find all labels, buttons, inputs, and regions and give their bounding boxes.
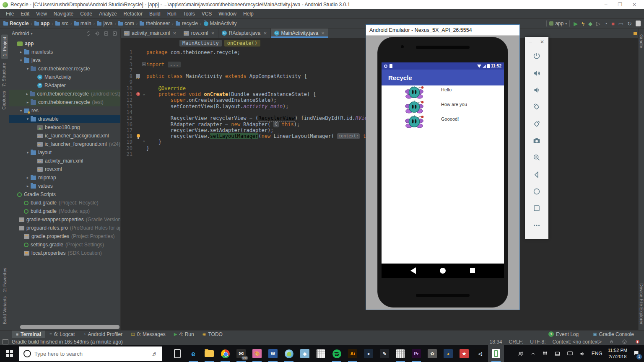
lock-icon[interactable] bbox=[608, 339, 615, 345]
tree-collapsed-arrow[interactable]: ▸ bbox=[18, 50, 23, 54]
tree-item-gradle-wrapper-properties[interactable]: gradle-wrapper.properties(Gradle Version… bbox=[9, 215, 120, 224]
taskbar-icon-spotify[interactable] bbox=[329, 345, 345, 362]
nav-recents-icon[interactable] bbox=[470, 268, 475, 273]
run-configuration-select[interactable]: app ▾ bbox=[546, 20, 570, 27]
tree-item-row-xml[interactable]: row.xml bbox=[9, 165, 120, 173]
tab-mainactivity-java[interactable]: CMainActivity.java✕ bbox=[271, 28, 329, 38]
tree-item-java[interactable]: ▾java bbox=[9, 56, 120, 65]
breadcrumb-item-recycle[interactable]: Recycle bbox=[3, 21, 29, 26]
tree-item-gradle-scripts[interactable]: Gradle Scripts bbox=[9, 190, 120, 199]
tree-item-radapter[interactable]: CRAdapter bbox=[9, 81, 120, 90]
tab-radapter-java[interactable]: CRAdapter.java✕ bbox=[218, 28, 271, 38]
tree-item-settings-gradle[interactable]: settings.gradle(Project Settings) bbox=[9, 240, 120, 249]
screenshot-icon[interactable] bbox=[532, 136, 541, 147]
avatar[interactable] bbox=[636, 21, 641, 26]
language-indicator[interactable]: ENG bbox=[592, 351, 602, 357]
tree-expanded-arrow[interactable]: ▾ bbox=[25, 117, 30, 121]
people-icon[interactable] bbox=[517, 350, 525, 357]
apply-changes-icon[interactable]: ϟ bbox=[582, 21, 584, 26]
menu-item-tools[interactable]: Tools bbox=[180, 11, 198, 17]
project-view-selector[interactable]: Android ▾ bbox=[12, 31, 83, 36]
volume-up-icon[interactable] bbox=[532, 69, 541, 80]
home-icon[interactable] bbox=[532, 187, 541, 198]
close-tab-icon[interactable]: ✕ bbox=[321, 31, 325, 36]
taskbar-icon-pen-app[interactable]: ✎ bbox=[377, 345, 392, 362]
emulator-title-bar[interactable]: Android Emulator - Nexus_5X_API_26:5554 bbox=[366, 25, 519, 36]
menu-item-view[interactable]: View bbox=[33, 11, 50, 17]
gear-icon[interactable] bbox=[94, 31, 100, 36]
tool-button-captures[interactable]: Captures bbox=[1, 91, 6, 110]
tree-collapsed-arrow[interactable]: ▸ bbox=[25, 184, 30, 188]
taskbar-icon-gimp[interactable]: ✿ bbox=[424, 345, 440, 362]
breadcrumb-item-recycle[interactable]: recycle bbox=[176, 21, 198, 26]
tool-window-button-0-messages[interactable]: ▤0: Messages bbox=[127, 331, 170, 337]
tool-button-build-variants[interactable]: Build Variants bbox=[2, 296, 7, 324]
taskbar-icon-chrome[interactable] bbox=[217, 345, 233, 362]
sync-gradle-icon[interactable]: ↻ bbox=[627, 21, 632, 26]
taskbar-search[interactable]: ♬ bbox=[19, 346, 162, 361]
menu-item-refactor[interactable]: Refactor bbox=[120, 11, 146, 17]
zoom-icon[interactable] bbox=[532, 153, 541, 164]
menu-item-code[interactable]: Code bbox=[77, 11, 96, 17]
show-hidden-icons-chevron[interactable] bbox=[530, 351, 536, 357]
menu-item-window[interactable]: Window bbox=[215, 11, 240, 17]
run-with-profiler-icon[interactable]: ▷ bbox=[596, 21, 600, 26]
taskbar-icon-edge[interactable]: e bbox=[185, 345, 201, 362]
tree-item-com-thebioneer-recycle[interactable]: ▸com.thebioneer.recycle(androidTest) bbox=[9, 90, 120, 98]
menu-item-edit[interactable]: Edit bbox=[17, 11, 33, 17]
line-separator[interactable]: CRLF: bbox=[509, 339, 524, 345]
tool-window-button-terminal[interactable]: ■Terminal bbox=[12, 331, 45, 338]
tree-expanded-arrow[interactable]: ▾ bbox=[18, 109, 23, 113]
tree-item-build-gradle[interactable]: build.gradle(Module: app) bbox=[9, 207, 120, 215]
file-encoding[interactable]: UTF-8: bbox=[530, 339, 545, 345]
tree-expanded-arrow[interactable]: ▾ bbox=[18, 58, 23, 62]
volume-down-icon[interactable] bbox=[532, 85, 541, 96]
breadcrumb-item-com[interactable]: com bbox=[118, 21, 134, 26]
power-icon[interactable] bbox=[532, 52, 541, 62]
taskbar-icon-photos[interactable]: ◈ bbox=[297, 345, 313, 362]
start-button[interactable] bbox=[0, 345, 19, 362]
fold-marker[interactable]: ⌄ bbox=[142, 91, 146, 97]
menu-item-vcs[interactable]: VCS bbox=[198, 11, 216, 17]
taskbar-icon-calendar[interactable] bbox=[313, 345, 329, 362]
search-input[interactable] bbox=[34, 351, 148, 357]
sync-icon[interactable] bbox=[86, 31, 91, 36]
hide-panel-icon[interactable] bbox=[112, 31, 118, 36]
dropbox-icon[interactable] bbox=[542, 350, 548, 357]
taskbar-icon-emulator-app[interactable] bbox=[488, 345, 504, 362]
nav-back-icon[interactable] bbox=[410, 267, 416, 274]
debug-icon[interactable]: ◆ bbox=[588, 21, 592, 26]
taskbar-icon-steam[interactable]: ● bbox=[361, 345, 377, 362]
tree-item-ic-launcher-foreground-xml[interactable]: ic_launcher_foreground.xml(v24) bbox=[9, 140, 120, 148]
breadcrumb-item-mainactivity[interactable]: MainActivity bbox=[204, 21, 237, 26]
taskbar-icon-wunderlist[interactable]: ★ bbox=[456, 345, 472, 362]
breadcrumb-item-thebioneer[interactable]: thebioneer bbox=[140, 21, 170, 26]
recycler-view-list[interactable]: HelloHow are youGooood! bbox=[382, 85, 504, 129]
list-item[interactable]: Gooood! bbox=[382, 115, 504, 129]
tree-item-local-properties[interactable]: local.properties(SDK Location) bbox=[9, 249, 120, 257]
speaker-icon[interactable] bbox=[579, 350, 586, 357]
tree-item-manifests[interactable]: ▸manifests bbox=[9, 48, 120, 56]
tree-collapsed-arrow[interactable]: ▸ bbox=[25, 100, 30, 104]
tree-item-gradle-properties[interactable]: gradle.properties(Project Properties) bbox=[9, 232, 120, 240]
tree-item-ic-launcher-background-xml[interactable]: ic_launcher_background.xml bbox=[9, 132, 120, 140]
close-tab-icon[interactable]: ✕ bbox=[211, 31, 214, 36]
fold-marker[interactable]: + bbox=[142, 62, 146, 67]
horizontal-scrollbar[interactable] bbox=[20, 325, 119, 329]
tree-expanded-arrow[interactable]: ▾ bbox=[25, 150, 30, 155]
fold-marker[interactable]: ⌃ bbox=[142, 139, 146, 145]
list-item[interactable]: How are you bbox=[382, 100, 504, 115]
menu-item-file[interactable]: File bbox=[3, 11, 17, 17]
tab-row-xml[interactable]: row.xml✕ bbox=[180, 28, 218, 38]
close-tab-icon[interactable]: ✕ bbox=[173, 31, 176, 36]
tree-collapsed-arrow[interactable]: ▸ bbox=[25, 176, 30, 180]
editor-crumb-1[interactable]: onCreate() bbox=[224, 40, 260, 47]
tree-item-beeboo180-png[interactable]: beeboo180.png bbox=[9, 123, 120, 132]
menu-item-help[interactable]: Help bbox=[240, 11, 257, 17]
tool-button--project[interactable]: 1: Project bbox=[1, 34, 8, 59]
taskbar-icon-paint[interactable]: 🎨 bbox=[249, 345, 265, 362]
tool-button--favorites[interactable]: 2: Favorites bbox=[2, 268, 7, 292]
breadcrumb-item-java[interactable]: java bbox=[97, 21, 112, 26]
list-item[interactable]: Hello bbox=[382, 85, 504, 100]
tool-button-gradle[interactable]: Gradle bbox=[639, 34, 644, 48]
